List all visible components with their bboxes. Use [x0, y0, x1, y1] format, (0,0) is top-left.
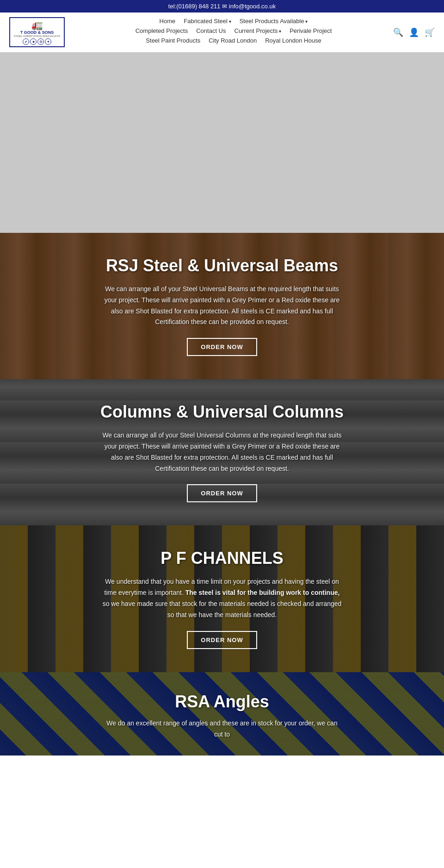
- nav-row-1: Home Fabricated Steel Steel Products Ava…: [74, 18, 393, 25]
- login-icon[interactable]: 👤: [409, 27, 419, 37]
- cert-icon-1: ✔: [23, 38, 29, 45]
- nav-fabricated-steel[interactable]: Fabricated Steel: [184, 18, 231, 25]
- nav-steel-products[interactable]: Steel Products Available: [240, 18, 308, 25]
- rsa-section: RSA Angles We do an excellent range of a…: [0, 672, 444, 756]
- logo-icons: ✔ ★ ⚙ ✦: [23, 38, 51, 45]
- nav-row-2: Completed Projects Contact Us Current Pr…: [74, 27, 393, 34]
- rsj-title: RSJ Steel & Universal Beams: [106, 256, 338, 275]
- logo-box: 🚛 T GOOD & SONS STEEL FABRICATION SPECIA…: [9, 17, 65, 47]
- rsa-description: We do an excellent range of angles and t…: [102, 718, 342, 740]
- nav-perivale[interactable]: Perivale Project: [290, 27, 332, 34]
- header: 🚛 T GOOD & SONS STEEL FABRICATION SPECIA…: [0, 12, 444, 52]
- cert-icon-4: ✦: [45, 38, 51, 45]
- nav-row-3: Steel Paint Products City Road London Ro…: [74, 37, 393, 44]
- pf-order-button[interactable]: ORDER NOW: [187, 631, 257, 649]
- columns-order-button[interactable]: ORDER NOW: [187, 484, 257, 502]
- columns-title: Columns & Universal Columns: [100, 402, 344, 422]
- header-icons: 🔍 👤 🛒: [393, 27, 435, 37]
- hero-banner: [0, 52, 444, 233]
- nav-current-projects[interactable]: Current Projects: [234, 27, 282, 34]
- rsa-title: RSA Angles: [175, 692, 269, 712]
- truck-icon: 🚛: [31, 19, 43, 31]
- cert-icon-2: ★: [30, 38, 37, 45]
- nav-royal-london[interactable]: Royal London House: [265, 37, 321, 44]
- cart-icon[interactable]: 🛒: [425, 27, 435, 37]
- rsj-description: We can arrange all of your Steel Univers…: [102, 284, 342, 328]
- pf-desc-end: so we have made sure that stock for the …: [103, 600, 342, 618]
- pf-title: P F CHANNELS: [160, 549, 283, 568]
- top-bar: tel:(01689) 848 211 ✉ info@tgood.co.uk: [0, 0, 444, 12]
- pf-section: P F CHANNELS We understand that you have…: [0, 525, 444, 672]
- nav-area: Home Fabricated Steel Steel Products Ava…: [74, 18, 393, 47]
- logo-subtitle: STEEL FABRICATION SPECIALISTS: [14, 35, 60, 37]
- rsj-order-button[interactable]: ORDER NOW: [187, 338, 257, 356]
- logo-name: T GOOD & SONS: [20, 31, 54, 35]
- pf-description: We understand that you have a time limit…: [102, 576, 342, 620]
- columns-description: We can arrange all of your Steel Univers…: [102, 430, 342, 474]
- nav-city-road[interactable]: City Road London: [209, 37, 257, 44]
- columns-section: Columns & Universal Columns We can arran…: [0, 379, 444, 525]
- logo-area[interactable]: 🚛 T GOOD & SONS STEEL FABRICATION SPECIA…: [9, 17, 65, 47]
- rsj-section: RSJ Steel & Universal Beams We can arran…: [0, 233, 444, 379]
- nav-contact-us[interactable]: Contact Us: [196, 27, 226, 34]
- cert-icon-3: ⚙: [37, 38, 44, 45]
- nav-completed-projects[interactable]: Completed Projects: [136, 27, 188, 34]
- nav-steel-paint[interactable]: Steel Paint Products: [146, 37, 200, 44]
- contact-info: tel:(01689) 848 211 ✉ info@tgood.co.uk: [168, 3, 276, 10]
- nav-home[interactable]: Home: [160, 18, 176, 25]
- search-icon[interactable]: 🔍: [393, 27, 403, 37]
- pf-desc-bold: The steel is vital for the building work…: [185, 589, 340, 596]
